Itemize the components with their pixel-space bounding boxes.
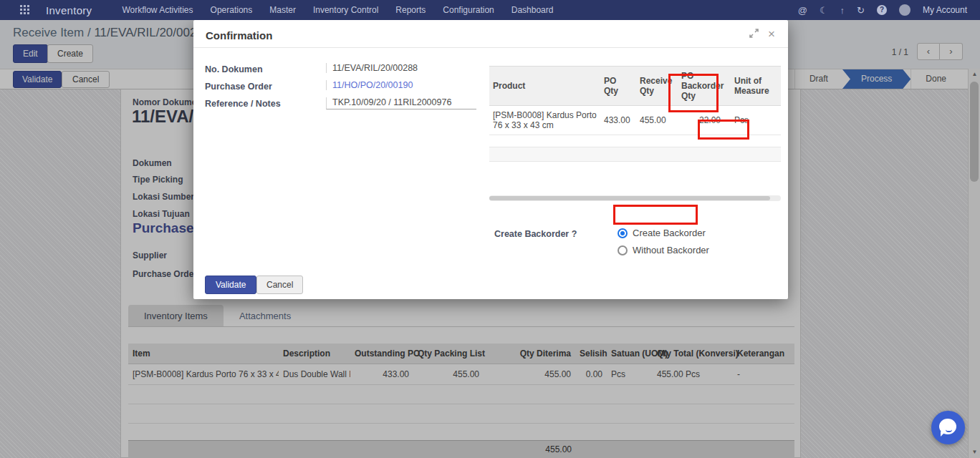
chat-launcher-button[interactable] [931,411,965,444]
radio-option-without-backorder[interactable]: Without Backorder [618,245,709,255]
radio-label: Without Backorder [633,245,709,255]
modal-label-no-dokumen: No. Dokumen [205,64,320,74]
nav-item-operations[interactable]: Operations [211,5,253,15]
cell-unit-of-measure: Pcs [731,106,781,135]
col-header-receive-qty: Receive Qty [636,67,678,106]
col-header-unit-of-measure: Unit of Measure [731,67,781,106]
cell-receive-qty: 455.00 [636,106,678,135]
modal-value-purchase-order-link[interactable]: 11/HO/PO/20/00190 [326,80,476,90]
cell-product: [PSM-B0008] Kardus Porto 76 x 33 x 43 cm [489,106,600,135]
dialog-header-divider [193,47,788,48]
horizontal-scrollbar[interactable] [489,195,781,201]
table-row-empty [489,135,781,147]
close-icon[interactable]: × [768,27,775,42]
avatar[interactable] [899,4,911,16]
nav-item-reports[interactable]: Reports [395,5,426,15]
create-backorder-question-label: Create Backorder ? [494,229,577,239]
radio-option-create-backorder[interactable]: Create Backorder [618,228,706,238]
col-header-po-backorder-qty: PO Backorder Qty [678,67,731,106]
nav-item-configuration[interactable]: Configuration [443,5,494,15]
chat-bubble-tail [941,432,946,437]
sync-icon[interactable]: ↻ [857,5,865,16]
expand-icon[interactable] [749,29,759,40]
col-header-product: Product [489,67,600,106]
modal-label-reference-notes: Reference / Notes [205,99,320,109]
cell-po-backorder-qty: 22.00 [678,106,731,135]
radio-selected-icon[interactable] [618,228,628,238]
nav-item-workflow-activities[interactable]: Workflow Activities [122,5,193,15]
nav-item-master[interactable]: Master [269,5,296,15]
apps-grid-icon[interactable] [20,5,30,15]
modal-input-reference-notes[interactable]: TKP.10/09/20 / 11RIL2000976 [326,97,476,109]
table-row[interactable]: [PSM-B0008] Kardus Porto 76 x 33 x 43 cm… [489,106,781,135]
dark-mode-icon[interactable]: ☾ [820,5,828,16]
cell-po-qty: 433.00 [600,106,636,135]
app-brand[interactable]: Inventory [46,4,92,16]
radio-label: Create Backorder [633,228,706,238]
confirmation-dialog: Confirmation × No. Dokumen 11/EVA/RIL/20… [193,20,788,299]
upload-icon[interactable]: ↑ [840,5,845,16]
scrollbar-thumb[interactable] [489,196,770,200]
backorder-lines-table: Product PO Qty Receive Qty PO Backorder … [489,66,781,162]
nav-menu: Workflow Activities Operations Master In… [122,5,553,15]
radio-unselected-icon[interactable] [618,245,628,255]
table-row-empty [489,147,781,162]
modal-validate-button[interactable]: Validate [205,276,256,294]
nav-item-dashboard[interactable]: Dashboard [511,5,554,15]
nav-item-inventory-control[interactable]: Inventory Control [313,5,378,15]
modal-label-purchase-order: Purchase Order [205,82,320,92]
mentions-icon[interactable]: @ [798,5,807,16]
modal-cancel-button[interactable]: Cancel [256,276,303,294]
my-account-menu[interactable]: My Account [923,5,967,15]
modal-value-no-dokumen: 11/EVA/RIL/20/00288 [326,63,476,73]
dialog-title: Confirmation [206,29,272,42]
modal-table-header-row: Product PO Qty Receive Qty PO Backorder … [489,67,781,106]
help-icon[interactable]: ? [877,5,887,15]
col-header-po-qty: PO Qty [600,67,636,106]
top-navbar: Inventory Workflow Activities Operations… [0,0,980,20]
nav-right-tools: @ ☾ ↑ ↻ ? My Account [798,4,980,16]
